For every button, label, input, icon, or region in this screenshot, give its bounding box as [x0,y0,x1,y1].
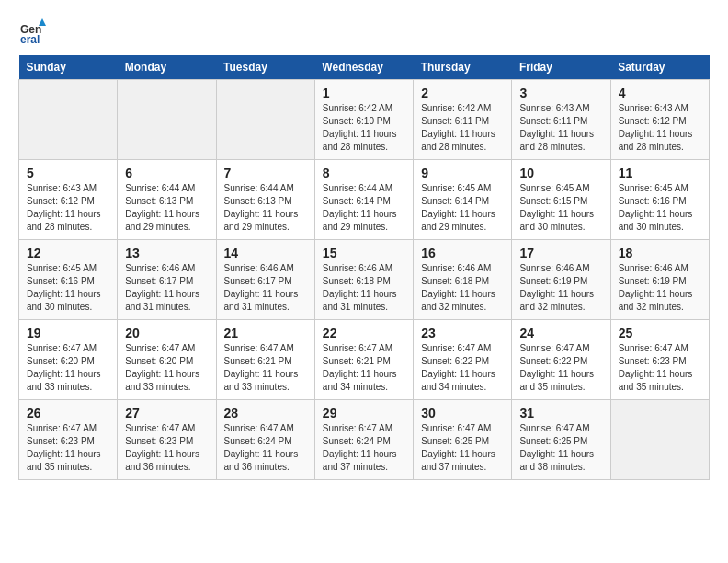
day-number: 1 [323,86,405,100]
calendar-cell: 4Sunrise: 6:43 AM Sunset: 6:12 PM Daylig… [610,80,709,160]
day-number: 25 [619,326,701,340]
calendar-cell: 9Sunrise: 6:45 AM Sunset: 6:14 PM Daylig… [414,160,512,240]
day-info: Sunrise: 6:47 AM Sunset: 6:20 PM Dayligh… [125,342,208,394]
day-info: Sunrise: 6:47 AM Sunset: 6:22 PM Dayligh… [519,342,602,394]
calendar-cell [19,80,118,160]
calendar-cell: 15Sunrise: 6:46 AM Sunset: 6:18 PM Dayli… [314,240,413,320]
calendar-cell: 20Sunrise: 6:47 AM Sunset: 6:20 PM Dayli… [118,320,216,400]
calendar-cell: 6Sunrise: 6:44 AM Sunset: 6:13 PM Daylig… [118,160,216,240]
day-number: 2 [421,86,504,100]
calendar-week-row: 12Sunrise: 6:45 AM Sunset: 6:16 PM Dayli… [19,240,710,320]
day-number: 11 [619,166,701,180]
day-info: Sunrise: 6:46 AM Sunset: 6:17 PM Dayligh… [125,262,208,314]
calendar-body: 1Sunrise: 6:42 AM Sunset: 6:10 PM Daylig… [19,80,710,480]
day-info: Sunrise: 6:42 AM Sunset: 6:10 PM Dayligh… [323,102,405,154]
day-number: 22 [323,326,405,340]
day-info: Sunrise: 6:47 AM Sunset: 6:25 PM Dayligh… [519,422,602,474]
calendar-week-row: 26Sunrise: 6:47 AM Sunset: 6:23 PM Dayli… [19,400,710,480]
day-info: Sunrise: 6:47 AM Sunset: 6:20 PM Dayligh… [27,342,109,394]
day-info: Sunrise: 6:45 AM Sunset: 6:15 PM Dayligh… [519,182,602,234]
day-number: 29 [323,406,405,420]
day-number: 13 [125,246,208,260]
day-info: Sunrise: 6:46 AM Sunset: 6:18 PM Dayligh… [323,262,405,314]
calendar-day-header: Friday [512,55,610,80]
day-info: Sunrise: 6:47 AM Sunset: 6:24 PM Dayligh… [323,422,405,474]
day-info: Sunrise: 6:46 AM Sunset: 6:17 PM Dayligh… [224,262,307,314]
calendar-cell [118,80,216,160]
day-number: 19 [27,326,109,340]
day-number: 10 [519,166,602,180]
svg-marker-3 [39,18,46,26]
calendar-cell: 24Sunrise: 6:47 AM Sunset: 6:22 PM Dayli… [512,320,610,400]
calendar-table: SundayMondayTuesdayWednesdayThursdayFrid… [18,55,710,480]
day-info: Sunrise: 6:44 AM Sunset: 6:13 PM Dayligh… [125,182,208,234]
day-info: Sunrise: 6:45 AM Sunset: 6:14 PM Dayligh… [421,182,504,234]
calendar-cell: 25Sunrise: 6:47 AM Sunset: 6:23 PM Dayli… [610,320,709,400]
day-number: 17 [519,246,602,260]
day-info: Sunrise: 6:46 AM Sunset: 6:18 PM Dayligh… [421,262,504,314]
calendar-cell: 28Sunrise: 6:47 AM Sunset: 6:24 PM Dayli… [216,400,314,480]
day-info: Sunrise: 6:46 AM Sunset: 6:19 PM Dayligh… [519,262,602,314]
calendar-cell: 22Sunrise: 6:47 AM Sunset: 6:21 PM Dayli… [314,320,413,400]
day-number: 20 [125,326,208,340]
calendar-header-row: SundayMondayTuesdayWednesdayThursdayFrid… [19,55,710,80]
calendar-day-header: Wednesday [314,55,413,80]
day-info: Sunrise: 6:42 AM Sunset: 6:11 PM Dayligh… [421,102,504,154]
calendar-day-header: Sunday [19,55,118,80]
day-info: Sunrise: 6:45 AM Sunset: 6:16 PM Dayligh… [619,182,701,234]
day-number: 21 [224,326,307,340]
day-number: 12 [27,246,109,260]
calendar-cell: 21Sunrise: 6:47 AM Sunset: 6:21 PM Dayli… [216,320,314,400]
calendar-cell: 16Sunrise: 6:46 AM Sunset: 6:18 PM Dayli… [414,240,512,320]
calendar-cell: 8Sunrise: 6:44 AM Sunset: 6:14 PM Daylig… [314,160,413,240]
calendar-cell: 10Sunrise: 6:45 AM Sunset: 6:15 PM Dayli… [512,160,610,240]
calendar-cell: 29Sunrise: 6:47 AM Sunset: 6:24 PM Dayli… [314,400,413,480]
day-info: Sunrise: 6:45 AM Sunset: 6:16 PM Dayligh… [27,262,109,314]
day-number: 4 [619,86,701,100]
day-info: Sunrise: 6:43 AM Sunset: 6:12 PM Dayligh… [27,182,109,234]
day-number: 26 [27,406,109,420]
calendar-cell: 30Sunrise: 6:47 AM Sunset: 6:25 PM Dayli… [414,400,512,480]
calendar-week-row: 5Sunrise: 6:43 AM Sunset: 6:12 PM Daylig… [19,160,710,240]
logo-icon: Gen eral [18,18,46,46]
day-number: 24 [519,326,602,340]
calendar-cell: 1Sunrise: 6:42 AM Sunset: 6:10 PM Daylig… [314,80,413,160]
day-info: Sunrise: 6:47 AM Sunset: 6:24 PM Dayligh… [224,422,307,474]
day-number: 6 [125,166,208,180]
calendar-cell: 3Sunrise: 6:43 AM Sunset: 6:11 PM Daylig… [512,80,610,160]
calendar-cell: 23Sunrise: 6:47 AM Sunset: 6:22 PM Dayli… [414,320,512,400]
day-info: Sunrise: 6:47 AM Sunset: 6:23 PM Dayligh… [125,422,208,474]
calendar-day-header: Tuesday [216,55,314,80]
day-number: 3 [519,86,602,100]
day-info: Sunrise: 6:47 AM Sunset: 6:25 PM Dayligh… [421,422,504,474]
day-number: 7 [224,166,307,180]
day-number: 8 [323,166,405,180]
calendar-cell: 18Sunrise: 6:46 AM Sunset: 6:19 PM Dayli… [610,240,709,320]
day-number: 27 [125,406,208,420]
calendar-cell: 7Sunrise: 6:44 AM Sunset: 6:13 PM Daylig… [216,160,314,240]
day-number: 14 [224,246,307,260]
logo: Gen eral [18,18,50,46]
calendar-cell: 19Sunrise: 6:47 AM Sunset: 6:20 PM Dayli… [19,320,118,400]
day-info: Sunrise: 6:43 AM Sunset: 6:11 PM Dayligh… [519,102,602,154]
day-number: 5 [27,166,109,180]
day-number: 15 [323,246,405,260]
svg-text:eral: eral [20,33,40,46]
day-info: Sunrise: 6:44 AM Sunset: 6:14 PM Dayligh… [323,182,405,234]
page-header: Gen eral [18,18,710,46]
calendar-cell [216,80,314,160]
calendar-cell: 31Sunrise: 6:47 AM Sunset: 6:25 PM Dayli… [512,400,610,480]
day-info: Sunrise: 6:44 AM Sunset: 6:13 PM Dayligh… [224,182,307,234]
day-number: 30 [421,406,504,420]
calendar-cell: 5Sunrise: 6:43 AM Sunset: 6:12 PM Daylig… [19,160,118,240]
day-info: Sunrise: 6:43 AM Sunset: 6:12 PM Dayligh… [619,102,701,154]
calendar-week-row: 19Sunrise: 6:47 AM Sunset: 6:20 PM Dayli… [19,320,710,400]
day-info: Sunrise: 6:47 AM Sunset: 6:22 PM Dayligh… [421,342,504,394]
day-info: Sunrise: 6:47 AM Sunset: 6:21 PM Dayligh… [224,342,307,394]
calendar-cell: 14Sunrise: 6:46 AM Sunset: 6:17 PM Dayli… [216,240,314,320]
day-number: 18 [619,246,701,260]
day-info: Sunrise: 6:46 AM Sunset: 6:19 PM Dayligh… [619,262,701,314]
calendar-cell: 17Sunrise: 6:46 AM Sunset: 6:19 PM Dayli… [512,240,610,320]
calendar-day-header: Thursday [414,55,512,80]
day-number: 23 [421,326,504,340]
